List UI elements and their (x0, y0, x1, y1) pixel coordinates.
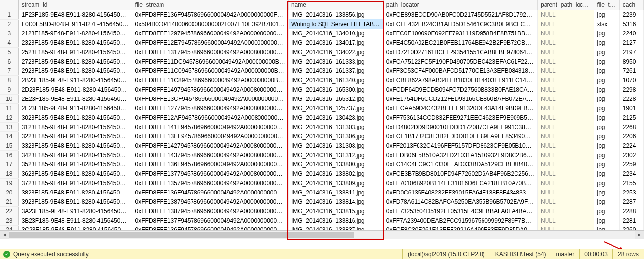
cell[interactable]: 1901 (619, 103, 643, 113)
cell[interactable]: 3723F185-9E48-E911-8280-415645000030 (18, 178, 132, 188)
column-header[interactable]: parent_path_locator (538, 0, 594, 10)
cell[interactable]: 0xFFD8FFE1427945786966000049492A00080000… (132, 141, 288, 150)
table-row[interactable]: 183623F185-9E48-E911-8280-4156450000300x… (0, 169, 644, 178)
cell[interactable]: 2E23F185-9E48-E911-8280-415645000030 (18, 94, 132, 103)
cell[interactable]: 3923F185-9E48-E911-8280-415645000030 (18, 197, 132, 206)
cell[interactable]: 23 (0, 216, 18, 225)
cell[interactable]: NULL (538, 122, 594, 131)
table-row[interactable]: 173523F185-9E48-E911-8280-4156450000300x… (0, 160, 644, 169)
cell[interactable]: 7261 (619, 66, 643, 75)
cell[interactable]: IMG_20140316_134017.jpg (288, 38, 383, 47)
cell[interactable]: 4 (0, 38, 18, 47)
cell[interactable]: NULL (538, 47, 594, 57)
cell[interactable]: NULL (538, 38, 594, 47)
cell[interactable]: 0xFFD8FFE13FF945786966000049492A00000000… (132, 131, 288, 141)
cell[interactable]: 2323F185-9E48-E911-8280-415645000030 (18, 38, 132, 47)
scroll-thumb[interactable] (9, 232, 354, 238)
cell[interactable]: IMG_20140316_133811.jpg (288, 188, 383, 197)
cell[interactable]: 2127 (619, 38, 643, 47)
cell[interactable]: 20 (0, 188, 18, 197)
cell[interactable]: 5 (0, 47, 18, 57)
column-header[interactable]: file_type (594, 0, 619, 10)
table-row[interactable]: 82B23F185-9E48-E911-8280-4156450000300xF… (0, 75, 644, 85)
table-row[interactable]: 92D23F185-9E48-E911-8280-4156450000300xF… (0, 85, 644, 94)
cell[interactable]: 2224 (619, 141, 643, 150)
cell[interactable]: 0xFD78A6114C82BAFCA5250EA355B96B5702EA9F… (383, 197, 537, 206)
cell[interactable]: 0xFD7210D27161BCFE293541551CAB8FBE978064… (383, 47, 537, 57)
cell[interactable]: NULL (538, 85, 594, 94)
cell[interactable]: 0x504B0304140006000800000021007E10E392B7… (132, 19, 288, 29)
table-row[interactable]: 143223F185-9E48-E911-8280-4156450000300x… (0, 131, 644, 141)
cell[interactable]: 21 (0, 197, 18, 206)
cell[interactable]: jpg (594, 94, 619, 103)
cell[interactable]: 0xFCFE432EB24CB1AFD5D15461C9C3B0F9BCFCB5… (383, 19, 537, 29)
cell[interactable]: 2253 (619, 188, 643, 197)
cell[interactable]: 0xFECAA59D4C432BEFEE91320DE43A14F9BD9FB3… (383, 103, 537, 113)
cell[interactable]: IMG_20140316_131306.jpg (288, 131, 383, 141)
scroll-left-icon[interactable]: ◄ (0, 231, 9, 239)
column-header[interactable] (0, 0, 18, 10)
cell[interactable]: 1 (0, 10, 18, 19)
cell[interactable]: 0xFFD8FFE137F945786966000049492A00000000… (132, 216, 288, 225)
cell[interactable]: NULL (538, 66, 594, 75)
cell[interactable]: jpg (594, 141, 619, 150)
cell[interactable]: 3 (0, 29, 18, 38)
column-header[interactable]: stream_id (18, 0, 132, 10)
cell[interactable]: 3123F185-9E48-E911-8280-415645000030 (18, 122, 132, 131)
cell[interactable]: 3323F185-9E48-E911-8280-415645000030 (18, 141, 132, 150)
table-row[interactable]: 62723F185-9E48-E911-8280-4156450000300xF… (0, 57, 644, 66)
column-header[interactable]: name (288, 0, 383, 10)
cell[interactable]: NULL (538, 29, 594, 38)
column-header[interactable]: path_locator (383, 0, 537, 10)
cell[interactable]: IMG_20140316_133815.jpg (288, 206, 383, 216)
cell[interactable]: 3523F185-9E48-E911-8280-415645000030 (18, 160, 132, 169)
cell[interactable]: 0xFFD8FFE11C8945786966000049492A00000000… (132, 75, 288, 85)
column-header[interactable]: file_stream (132, 0, 288, 10)
cell[interactable]: 0xFFD8FFE11C0945786966000049492A00000000… (132, 66, 288, 75)
cell[interactable]: IMG_20140316_133856.jpg (288, 10, 383, 19)
cell[interactable]: 2240 (619, 29, 643, 38)
cell[interactable]: jpg (594, 47, 619, 57)
cell[interactable]: 2288 (619, 206, 643, 216)
cell[interactable]: 0xFCE3B7B9BD8010FD94F72602D6AB4F96B2C256… (383, 169, 537, 178)
cell[interactable]: 2 (0, 19, 18, 29)
cell[interactable]: 1F23F185-9E48-E911-8280-415645000030 (18, 10, 132, 19)
cell[interactable]: xlsx (594, 19, 619, 29)
cell[interactable]: jpg (594, 178, 619, 188)
cell[interactable]: NULL (538, 216, 594, 225)
cell[interactable]: 2155 (619, 178, 643, 188)
cell[interactable]: 3B23F185-9E48-E911-8280-415645000030 (18, 216, 132, 225)
cell[interactable]: 0xFFD8FFE1437945786966000049492A00080000… (132, 150, 288, 160)
cell[interactable]: 0xFFD8FFE12AF945786966000049492A00080000… (132, 113, 288, 122)
cell[interactable]: NULL (538, 141, 594, 150)
cell[interactable]: IMG_20140316_133809.jpg (288, 178, 383, 188)
cell[interactable]: 17 (0, 160, 18, 169)
cell[interactable]: 0xFFD8FFE1317945786966000049492A00080000… (132, 47, 288, 57)
cell[interactable]: 14 (0, 131, 18, 141)
cell[interactable]: IMG_20140316_133800.jpg (288, 160, 383, 169)
scroll-track[interactable] (9, 231, 635, 239)
cell[interactable]: 0xFFD8FFE1297945786966000049492A00000000… (132, 29, 288, 38)
cell[interactable]: 0xFFD8FFE141F945786966000049492A00000000… (132, 122, 288, 131)
cell[interactable]: IMG_20140316_133802.jpg (288, 169, 383, 178)
cell[interactable]: 2523F185-9E48-E911-8280-415645000030 (18, 47, 132, 57)
cell[interactable]: F0D0F5BD-8048-E911-827F-415645000030 (18, 19, 132, 29)
cell[interactable]: 0xFC14C4EC9C17330FEAD033BDA5129CFBE8B406… (383, 160, 537, 169)
cell[interactable]: 0xFFD8FFE1497945786966000049492A00080000… (132, 85, 288, 94)
cell[interactable]: 2F23F185-9E48-E911-8280-415645000030 (18, 103, 132, 113)
cell[interactable]: NULL (538, 57, 594, 66)
cell[interactable]: 10 (0, 94, 18, 103)
cell[interactable]: NULL (538, 160, 594, 169)
cell[interactable]: 3623F185-9E48-E911-8280-415645000030 (18, 169, 132, 178)
header-row[interactable]: stream_idfile_streamnamepath_locatorpare… (0, 0, 644, 10)
cell[interactable]: 16 (0, 150, 18, 160)
cell[interactable]: 0xFFDB06E5B510A32FD21031A1510932F9D8C2B6… (383, 150, 537, 160)
cell[interactable]: 8950 (619, 57, 643, 66)
table-row[interactable]: 102E23F185-9E48-E911-8280-4156450000300x… (0, 94, 644, 103)
cell[interactable]: jpg (594, 160, 619, 169)
table-row[interactable]: 203823F185-9E48-E911-8280-4156450000300x… (0, 188, 644, 197)
table-row[interactable]: 11F23F185-9E48-E911-8280-4156450000300xF… (0, 10, 644, 19)
cell[interactable]: 7 (0, 66, 18, 75)
cell[interactable]: 0xFFD8FFE1357945786966000049492A00080000… (132, 178, 288, 188)
table-row[interactable]: 32123F185-9E48-E911-8280-4156450000300xF… (0, 29, 644, 38)
